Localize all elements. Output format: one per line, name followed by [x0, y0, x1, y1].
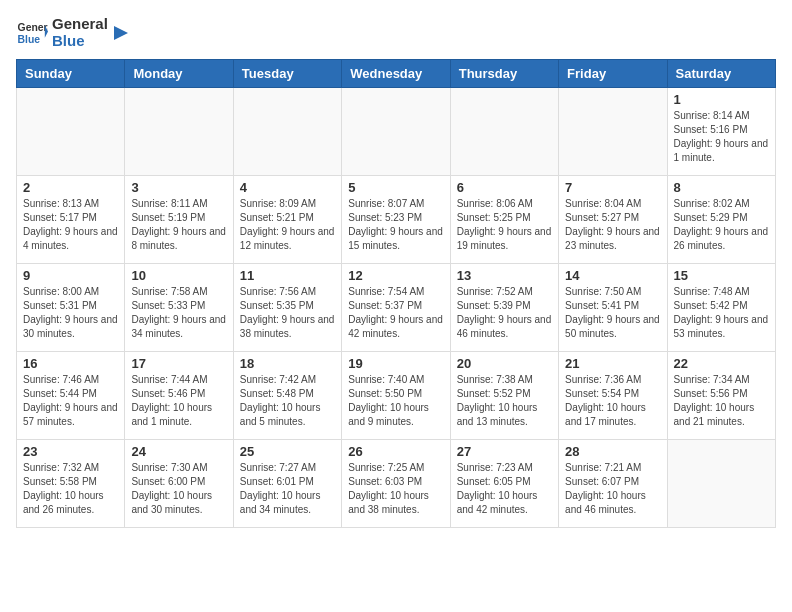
logo-icon: General Blue [16, 17, 48, 49]
day-cell: 16Sunrise: 7:46 AM Sunset: 5:44 PM Dayli… [17, 352, 125, 440]
day-info: Sunrise: 7:46 AM Sunset: 5:44 PM Dayligh… [23, 373, 118, 429]
day-cell: 6Sunrise: 8:06 AM Sunset: 5:25 PM Daylig… [450, 176, 558, 264]
day-number: 14 [565, 268, 660, 283]
page-header: General Blue General Blue [16, 16, 776, 53]
day-number: 24 [131, 444, 226, 459]
day-info: Sunrise: 7:54 AM Sunset: 5:37 PM Dayligh… [348, 285, 443, 341]
day-cell: 14Sunrise: 7:50 AM Sunset: 5:41 PM Dayli… [559, 264, 667, 352]
day-number: 8 [674, 180, 769, 195]
header-friday: Friday [559, 60, 667, 88]
day-cell: 8Sunrise: 8:02 AM Sunset: 5:29 PM Daylig… [667, 176, 775, 264]
day-cell: 15Sunrise: 7:48 AM Sunset: 5:42 PM Dayli… [667, 264, 775, 352]
day-cell: 27Sunrise: 7:23 AM Sunset: 6:05 PM Dayli… [450, 440, 558, 528]
day-cell: 20Sunrise: 7:38 AM Sunset: 5:52 PM Dayli… [450, 352, 558, 440]
day-cell: 21Sunrise: 7:36 AM Sunset: 5:54 PM Dayli… [559, 352, 667, 440]
day-info: Sunrise: 7:36 AM Sunset: 5:54 PM Dayligh… [565, 373, 660, 429]
day-number: 23 [23, 444, 118, 459]
header-row: SundayMondayTuesdayWednesdayThursdayFrid… [17, 60, 776, 88]
day-number: 17 [131, 356, 226, 371]
day-info: Sunrise: 7:40 AM Sunset: 5:50 PM Dayligh… [348, 373, 443, 429]
week-row-4: 16Sunrise: 7:46 AM Sunset: 5:44 PM Dayli… [17, 352, 776, 440]
day-cell: 10Sunrise: 7:58 AM Sunset: 5:33 PM Dayli… [125, 264, 233, 352]
day-info: Sunrise: 7:25 AM Sunset: 6:03 PM Dayligh… [348, 461, 443, 517]
day-number: 11 [240, 268, 335, 283]
day-info: Sunrise: 7:44 AM Sunset: 5:46 PM Dayligh… [131, 373, 226, 429]
day-cell: 23Sunrise: 7:32 AM Sunset: 5:58 PM Dayli… [17, 440, 125, 528]
day-info: Sunrise: 7:21 AM Sunset: 6:07 PM Dayligh… [565, 461, 660, 517]
day-number: 20 [457, 356, 552, 371]
day-number: 12 [348, 268, 443, 283]
day-cell: 26Sunrise: 7:25 AM Sunset: 6:03 PM Dayli… [342, 440, 450, 528]
day-cell: 12Sunrise: 7:54 AM Sunset: 5:37 PM Dayli… [342, 264, 450, 352]
day-cell [450, 88, 558, 176]
day-number: 18 [240, 356, 335, 371]
day-cell: 5Sunrise: 8:07 AM Sunset: 5:23 PM Daylig… [342, 176, 450, 264]
day-info: Sunrise: 8:04 AM Sunset: 5:27 PM Dayligh… [565, 197, 660, 253]
logo-general-text: General [52, 16, 108, 33]
day-number: 28 [565, 444, 660, 459]
day-info: Sunrise: 7:34 AM Sunset: 5:56 PM Dayligh… [674, 373, 769, 429]
day-number: 6 [457, 180, 552, 195]
day-cell: 19Sunrise: 7:40 AM Sunset: 5:50 PM Dayli… [342, 352, 450, 440]
day-number: 22 [674, 356, 769, 371]
week-row-1: 1Sunrise: 8:14 AM Sunset: 5:16 PM Daylig… [17, 88, 776, 176]
day-cell: 18Sunrise: 7:42 AM Sunset: 5:48 PM Dayli… [233, 352, 341, 440]
day-cell: 28Sunrise: 7:21 AM Sunset: 6:07 PM Dayli… [559, 440, 667, 528]
day-info: Sunrise: 7:56 AM Sunset: 5:35 PM Dayligh… [240, 285, 335, 341]
week-row-5: 23Sunrise: 7:32 AM Sunset: 5:58 PM Dayli… [17, 440, 776, 528]
day-info: Sunrise: 8:06 AM Sunset: 5:25 PM Dayligh… [457, 197, 552, 253]
day-info: Sunrise: 8:13 AM Sunset: 5:17 PM Dayligh… [23, 197, 118, 253]
logo-blue-text: Blue [52, 33, 108, 50]
day-cell: 25Sunrise: 7:27 AM Sunset: 6:01 PM Dayli… [233, 440, 341, 528]
day-info: Sunrise: 7:38 AM Sunset: 5:52 PM Dayligh… [457, 373, 552, 429]
header-wednesday: Wednesday [342, 60, 450, 88]
day-cell [559, 88, 667, 176]
header-saturday: Saturday [667, 60, 775, 88]
day-number: 15 [674, 268, 769, 283]
header-thursday: Thursday [450, 60, 558, 88]
day-cell: 24Sunrise: 7:30 AM Sunset: 6:00 PM Dayli… [125, 440, 233, 528]
day-number: 16 [23, 356, 118, 371]
day-cell: 13Sunrise: 7:52 AM Sunset: 5:39 PM Dayli… [450, 264, 558, 352]
day-info: Sunrise: 8:02 AM Sunset: 5:29 PM Dayligh… [674, 197, 769, 253]
day-number: 26 [348, 444, 443, 459]
day-info: Sunrise: 7:52 AM Sunset: 5:39 PM Dayligh… [457, 285, 552, 341]
day-info: Sunrise: 8:14 AM Sunset: 5:16 PM Dayligh… [674, 109, 769, 165]
day-info: Sunrise: 7:48 AM Sunset: 5:42 PM Dayligh… [674, 285, 769, 341]
logo: General Blue General Blue [16, 16, 132, 49]
day-info: Sunrise: 7:32 AM Sunset: 5:58 PM Dayligh… [23, 461, 118, 517]
day-cell: 9Sunrise: 8:00 AM Sunset: 5:31 PM Daylig… [17, 264, 125, 352]
day-number: 19 [348, 356, 443, 371]
day-number: 13 [457, 268, 552, 283]
header-sunday: Sunday [17, 60, 125, 88]
day-cell: 22Sunrise: 7:34 AM Sunset: 5:56 PM Dayli… [667, 352, 775, 440]
calendar-table: SundayMondayTuesdayWednesdayThursdayFrid… [16, 59, 776, 528]
day-info: Sunrise: 8:00 AM Sunset: 5:31 PM Dayligh… [23, 285, 118, 341]
header-monday: Monday [125, 60, 233, 88]
day-number: 25 [240, 444, 335, 459]
day-info: Sunrise: 8:11 AM Sunset: 5:19 PM Dayligh… [131, 197, 226, 253]
svg-text:General: General [18, 22, 48, 33]
day-number: 7 [565, 180, 660, 195]
day-cell: 11Sunrise: 7:56 AM Sunset: 5:35 PM Dayli… [233, 264, 341, 352]
day-info: Sunrise: 7:23 AM Sunset: 6:05 PM Dayligh… [457, 461, 552, 517]
day-number: 27 [457, 444, 552, 459]
svg-text:Blue: Blue [18, 33, 41, 44]
day-cell: 17Sunrise: 7:44 AM Sunset: 5:46 PM Dayli… [125, 352, 233, 440]
week-row-3: 9Sunrise: 8:00 AM Sunset: 5:31 PM Daylig… [17, 264, 776, 352]
day-info: Sunrise: 7:58 AM Sunset: 5:33 PM Dayligh… [131, 285, 226, 341]
day-cell: 4Sunrise: 8:09 AM Sunset: 5:21 PM Daylig… [233, 176, 341, 264]
week-row-2: 2Sunrise: 8:13 AM Sunset: 5:17 PM Daylig… [17, 176, 776, 264]
day-info: Sunrise: 8:07 AM Sunset: 5:23 PM Dayligh… [348, 197, 443, 253]
day-info: Sunrise: 7:30 AM Sunset: 6:00 PM Dayligh… [131, 461, 226, 517]
day-info: Sunrise: 7:27 AM Sunset: 6:01 PM Dayligh… [240, 461, 335, 517]
day-number: 21 [565, 356, 660, 371]
day-cell [667, 440, 775, 528]
day-cell: 1Sunrise: 8:14 AM Sunset: 5:16 PM Daylig… [667, 88, 775, 176]
day-cell [17, 88, 125, 176]
day-info: Sunrise: 7:42 AM Sunset: 5:48 PM Dayligh… [240, 373, 335, 429]
day-cell [342, 88, 450, 176]
day-number: 5 [348, 180, 443, 195]
day-cell: 7Sunrise: 8:04 AM Sunset: 5:27 PM Daylig… [559, 176, 667, 264]
day-number: 4 [240, 180, 335, 195]
